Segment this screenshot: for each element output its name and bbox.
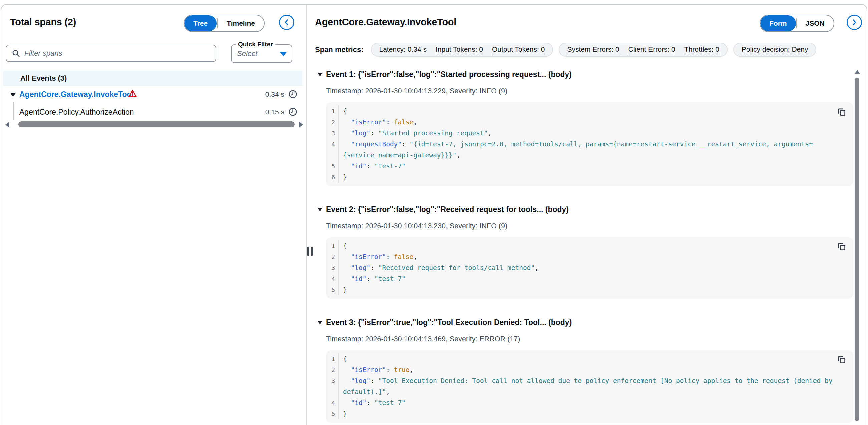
- all-events-label: All Events (3): [20, 74, 67, 83]
- collapse-triangle-icon[interactable]: [10, 93, 16, 97]
- code-line: "isError": false,: [339, 251, 437, 262]
- event-header[interactable]: Event 3: {"isError":true,"log":"Tool Exe…: [317, 318, 853, 327]
- event-timestamp: Timestamp: 2026-01-30 10:04:13.469, Seve…: [326, 335, 853, 343]
- line-number: 6: [326, 172, 339, 182]
- event-collapse-triangle-icon[interactable]: [317, 73, 322, 77]
- metric-badge[interactable]: Input Tokens: 0: [436, 46, 483, 54]
- code-row: 2 "isError": false,: [326, 116, 853, 128]
- event-timestamp: Timestamp: 2026-01-30 10:04:13.229, Seve…: [326, 87, 853, 95]
- vscroll-up-arrow-icon[interactable]: [855, 70, 860, 74]
- metric-badge[interactable]: Throttles: 0: [684, 46, 719, 54]
- copy-icon: [837, 113, 847, 118]
- line-number: 5: [326, 161, 339, 172]
- search-icon: [12, 49, 20, 58]
- code-row: default).]",: [326, 386, 853, 397]
- copy-button[interactable]: [837, 107, 847, 117]
- code-row: {service_name=api-gateway}}}",: [326, 149, 853, 161]
- hscroll-left-arrow-icon[interactable]: [5, 121, 9, 128]
- code-line: }: [339, 172, 367, 182]
- event-collapse-triangle-icon[interactable]: [317, 320, 322, 324]
- tree-timeline-toggle[interactable]: TreeTimeline: [184, 15, 265, 32]
- line-number: 3: [326, 128, 339, 139]
- horizontal-scrollbar[interactable]: [18, 121, 294, 127]
- line-number: [326, 386, 339, 397]
- event-header[interactable]: Event 2: {"isError":false,"log":"Receive…: [317, 205, 853, 214]
- span-name[interactable]: AgentCore.Policy.AuthorizeAction: [19, 108, 134, 116]
- span-duration: 0.15 s: [257, 108, 284, 116]
- event-header-text: Event 1: {"isError":false,"log":"Started…: [326, 70, 572, 79]
- event-collapse-triangle-icon[interactable]: [317, 208, 322, 211]
- code-line: {: [339, 106, 367, 116]
- span-tree-row[interactable]: AgentCore.Gateway.InvokeTool0.34 s: [0, 87, 306, 103]
- span-name[interactable]: AgentCore.Gateway.InvokeTool: [19, 90, 134, 99]
- metric-badge[interactable]: System Errors: 0: [567, 46, 619, 54]
- view-option-tree[interactable]: Tree: [184, 16, 217, 31]
- view-option-timeline[interactable]: Timeline: [217, 16, 264, 31]
- code-line: "requestBody": "{id=test-7, jsonrpc=2.0,…: [339, 139, 833, 149]
- warning-icon: [128, 89, 137, 99]
- filter-spans-box: [6, 45, 217, 62]
- hscroll-right-arrow-icon[interactable]: [299, 121, 303, 128]
- line-number: 1: [326, 240, 339, 251]
- all-events-row[interactable]: All Events (3): [3, 71, 302, 86]
- chevron-right-icon: [851, 19, 858, 26]
- span-metrics-row: Span metrics: Latency: 0.34 sInput Token…: [315, 43, 822, 57]
- spans-panel-title: Total spans (2): [10, 17, 76, 28]
- metric-badge[interactable]: Output Tokens: 0: [492, 46, 545, 54]
- quick-filter-select[interactable]: Quick Filter Select: [231, 45, 292, 63]
- metric-pill-group: System Errors: 0Client Errors: 0Throttle…: [559, 43, 727, 57]
- event-timestamp: Timestamp: 2026-01-30 10:04:13.230, Seve…: [326, 222, 853, 230]
- metric-pill-group: Policy decision: Deny: [733, 43, 817, 57]
- tree-indent-line: [13, 102, 14, 120]
- panel-resize-handle[interactable]: [307, 247, 313, 256]
- chevron-left-icon: [283, 19, 290, 26]
- span-tree-row[interactable]: AgentCore.Policy.AuthorizeAction0.15 s: [0, 105, 306, 120]
- metric-badge[interactable]: Client Errors: 0: [628, 46, 675, 54]
- code-line: }: [339, 284, 367, 295]
- code-row: 3 "log": "Tool Execution Denied: Tool ca…: [326, 375, 853, 386]
- line-number: 2: [326, 251, 339, 262]
- line-number: 1: [326, 353, 339, 364]
- event-section-3: Event 3: {"isError":true,"log":"Tool Exe…: [317, 318, 853, 423]
- filter-spans-input[interactable]: [24, 49, 216, 58]
- event-section-2: Event 2: {"isError":false,"log":"Receive…: [317, 205, 853, 299]
- metric-pill-group: Latency: 0.34 sInput Tokens: 0Output Tok…: [371, 43, 553, 57]
- line-number: 3: [326, 375, 339, 386]
- code-line: "id": "test-7": [339, 161, 426, 172]
- line-number: [326, 149, 339, 161]
- copy-button[interactable]: [837, 242, 847, 252]
- vertical-scrollbar[interactable]: [855, 78, 859, 421]
- collapse-panel-button[interactable]: [279, 15, 294, 30]
- quick-filter-label: Quick Filter: [236, 41, 275, 48]
- event-header[interactable]: Event 1: {"isError":false,"log":"Started…: [317, 70, 853, 79]
- event-section-1: Event 1: {"isError":false,"log":"Started…: [317, 70, 853, 186]
- panel-divider: [306, 4, 307, 425]
- code-row: 3 "log": "Received request for tools/cal…: [326, 262, 853, 274]
- line-number: 2: [326, 116, 339, 128]
- metric-badge[interactable]: Latency: 0.34 s: [379, 46, 427, 54]
- event-body-code-block: 1{2 "isError": false,3 "log": "Received …: [326, 237, 853, 299]
- form-json-toggle[interactable]: FormJSON: [760, 15, 834, 32]
- code-row: 2 "isError": false,: [326, 251, 853, 262]
- code-row: 5}: [326, 408, 853, 419]
- copy-icon: [837, 248, 847, 253]
- code-row: 4 "id": "test-7": [326, 274, 853, 284]
- code-line: {: [339, 240, 367, 251]
- expand-panel-button[interactable]: [847, 15, 862, 30]
- line-number: 3: [326, 262, 339, 274]
- code-line: {service_name=api-gateway}}}",: [339, 149, 480, 161]
- event-header-text: Event 2: {"isError":false,"log":"Receive…: [326, 205, 569, 214]
- detail-view-option-form[interactable]: Form: [760, 16, 796, 31]
- copy-button[interactable]: [837, 355, 847, 365]
- line-number: 4: [326, 139, 339, 149]
- code-row: 3 "log": "Started processing request",: [326, 128, 853, 139]
- event-body-code-block: 1{2 "isError": false,3 "log": "Started p…: [326, 103, 853, 186]
- code-line: default).]",: [339, 386, 410, 397]
- detail-view-option-json[interactable]: JSON: [797, 16, 834, 31]
- code-row: 6}: [326, 172, 853, 182]
- code-line: "id": "test-7": [339, 397, 426, 408]
- code-row: 4 "id": "test-7": [326, 397, 853, 408]
- metric-badge[interactable]: Policy decision: Deny: [742, 46, 808, 54]
- clock-icon: [288, 90, 297, 100]
- line-number: 4: [326, 274, 339, 284]
